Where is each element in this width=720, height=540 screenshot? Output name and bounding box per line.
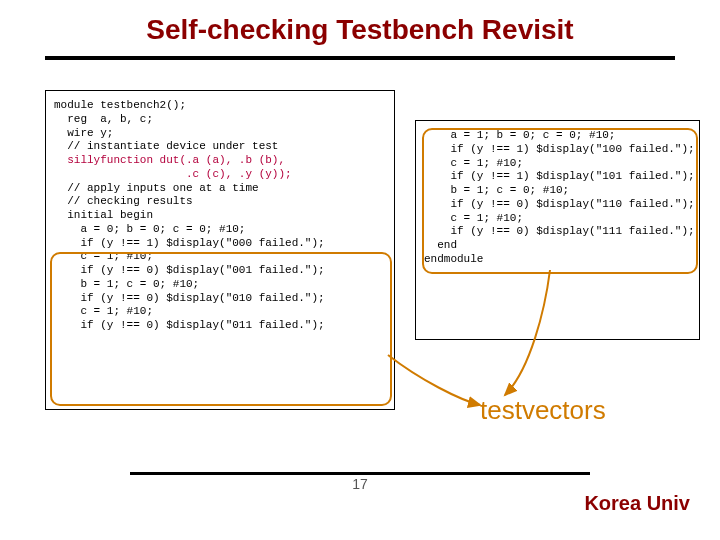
highlight-frame-right bbox=[422, 128, 698, 274]
code-line: reg a, b, c; bbox=[54, 113, 386, 127]
affiliation: Korea Univ bbox=[584, 492, 690, 515]
code-line: initial begin bbox=[54, 209, 386, 223]
code-line: // checking results bbox=[54, 195, 386, 209]
code-line: sillyfunction dut(.a (a), .b (b), bbox=[54, 154, 386, 168]
code-line: a = 0; b = 0; c = 0; #10; bbox=[54, 223, 386, 237]
highlight-frame-left bbox=[50, 252, 392, 406]
slide-title: Self-checking Testbench Revisit bbox=[0, 14, 720, 46]
code-line: // instantiate device under test bbox=[54, 140, 386, 154]
code-line: // apply inputs one at a time bbox=[54, 182, 386, 196]
code-line: wire y; bbox=[54, 127, 386, 141]
code-line: .c (c), .y (y)); bbox=[54, 168, 386, 182]
title-underline bbox=[45, 56, 675, 60]
testvectors-label: testvectors bbox=[480, 395, 606, 426]
page-number: 17 bbox=[0, 476, 720, 492]
code-line: module testbench2(); bbox=[54, 99, 386, 113]
footer-line bbox=[130, 472, 590, 475]
code-line: if (y !== 1) $display("000 failed."); bbox=[54, 237, 386, 251]
